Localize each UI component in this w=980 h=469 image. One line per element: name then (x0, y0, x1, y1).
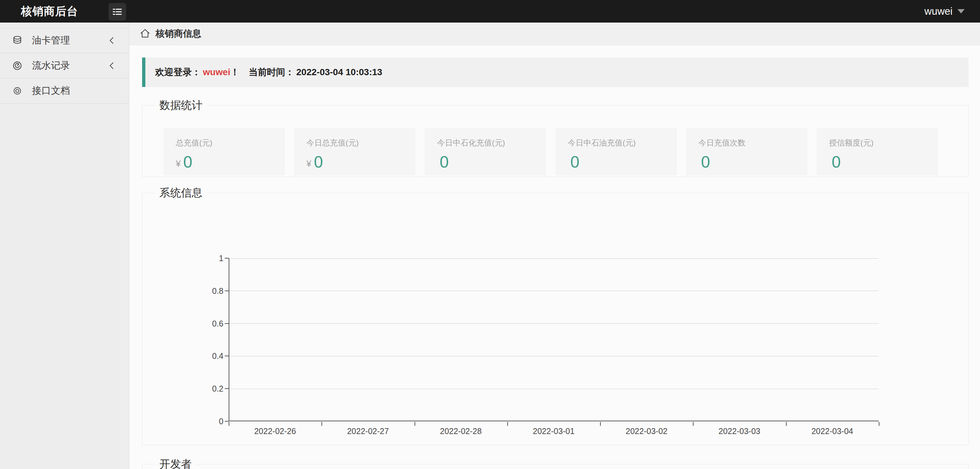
stats-panel: 数据统计 总充值(元) ¥ 0 今日总充值(元) ¥ 0 (142, 98, 969, 177)
sidebar: 油卡管理 流水记录 (0, 22, 129, 469)
sidebar-toggle-button[interactable] (108, 3, 126, 21)
exclamation-text: ！ (230, 66, 239, 78)
x-axis-tick (415, 422, 415, 426)
database-icon (12, 35, 23, 46)
username-text: wuwei (203, 67, 230, 77)
x-axis-tick-label: 2022-03-03 (693, 426, 786, 436)
app-root: 核销商后台 wuwei (0, 0, 980, 469)
stat-card-label: 总充值(元) (176, 137, 285, 148)
stat-card-total-recharge: 总充值(元) ¥ 0 (163, 128, 285, 175)
y-axis-tick-label: 1 (197, 253, 223, 263)
stats-panel-title: 数据统计 (155, 98, 207, 113)
stat-card-value: 0 (314, 154, 323, 170)
stat-card-label: 今日中石油充值(元) (568, 137, 677, 148)
current-time-value: 2022-03-04 10:03:13 (296, 67, 382, 77)
user-dropdown[interactable]: wuwei (924, 6, 980, 18)
username-label: wuwei (924, 6, 953, 18)
system-panel-title: 系统信息 (155, 186, 207, 200)
chevron-left-icon (108, 36, 116, 45)
main-content: 欢迎登录： wuwei ！ 当前时间： 2022-03-04 10:03:13 … (129, 45, 980, 469)
welcome-label: 欢迎登录： (155, 66, 201, 78)
stat-card-label: 今日总充值(元) (306, 137, 415, 148)
stat-card-today-petrochina-recharge: 今日中石油充值(元) 0 (555, 128, 677, 175)
gridline (229, 389, 879, 389)
stat-card-label: 授信额度(元) (829, 137, 938, 148)
time-icon (12, 60, 23, 71)
x-axis-tick-label: 2022-02-28 (415, 426, 508, 436)
list-icon (111, 6, 124, 18)
stat-card-today-recharge-count: 今日充值次数 0 (686, 128, 808, 175)
stat-card-today-total-recharge: 今日总充值(元) ¥ 0 (294, 128, 415, 175)
stat-card-today-sinopec-recharge: 今日中石化充值(元) 0 (425, 128, 546, 175)
time-label: 当前时间： (248, 66, 294, 78)
y-axis-tick-label: 0.6 (197, 319, 223, 329)
x-axis-tick (600, 422, 601, 426)
y-axis-tick (225, 323, 229, 324)
stat-cards-row: 总充值(元) ¥ 0 今日总充值(元) ¥ 0 今日中石化充值(元) (163, 128, 968, 175)
x-axis-tick-label: 2022-02-27 (321, 426, 414, 436)
x-axis-labels: 2022-02-26 2022-02-27 2022-02-28 2022-03… (229, 426, 879, 436)
x-axis-tick (508, 422, 508, 426)
x-axis-tick (693, 422, 694, 426)
stat-card-credit-limit: 授信额度(元) 0 (817, 128, 938, 175)
sidebar-item-label: 流水记录 (32, 59, 108, 72)
top-bar: 核销商后台 wuwei (0, 0, 980, 22)
y-axis-tick-label: 0 (197, 416, 223, 426)
y-axis-tick (225, 356, 229, 356)
x-axis-tick-label: 2022-03-04 (786, 426, 879, 436)
home-icon (139, 28, 151, 39)
stat-card-value: 0 (701, 154, 710, 170)
chevron-left-icon (108, 61, 116, 70)
chart-plot-area (229, 258, 879, 421)
x-axis-tick-label: 2022-02-26 (229, 426, 321, 436)
stat-card-label: 今日中石化充值(元) (437, 137, 546, 148)
x-axis-tick (786, 422, 787, 426)
gear-icon (12, 85, 23, 96)
developer-panel: 开发者 (142, 457, 969, 469)
y-axis-tick-label: 0.2 (197, 384, 223, 394)
sidebar-item-oil-card-management[interactable]: 油卡管理 (0, 28, 129, 53)
breadcrumb-item-merchant-info[interactable]: 核销商信息 (139, 27, 201, 40)
sidebar-item-transaction-records[interactable]: 流水记录 (0, 53, 129, 78)
gridline (229, 258, 879, 259)
y-axis-tick-label: 0.4 (197, 351, 223, 361)
stat-card-label: 今日充值次数 (698, 137, 808, 148)
caret-down-icon (957, 9, 965, 14)
gridline (229, 290, 879, 291)
stat-card-value: 0 (183, 154, 192, 170)
y-axis-tick (225, 290, 229, 291)
stat-card-value: 0 (832, 154, 841, 170)
y-axis-tick (225, 388, 229, 389)
currency-symbol: ¥ (176, 159, 181, 170)
sidebar-item-api-docs[interactable]: 接口文档 (0, 78, 129, 104)
y-axis-tick-label: 0.8 (197, 286, 223, 296)
gridline (229, 356, 879, 357)
welcome-banner: 欢迎登录： wuwei ！ 当前时间： 2022-03-04 10:03:13 (142, 57, 969, 87)
stat-card-value: 0 (440, 154, 449, 170)
sidebar-menu: 油卡管理 流水记录 (0, 28, 129, 104)
system-info-panel: 系统信息 1 0.8 0.6 0.4 0.2 0 (142, 186, 969, 445)
sidebar-item-label: 接口文档 (32, 85, 116, 97)
x-axis-tick (879, 422, 880, 426)
gridline (229, 323, 879, 324)
x-axis-tick-label: 2022-03-02 (600, 426, 693, 436)
x-axis-tick-label: 2022-03-01 (508, 426, 600, 436)
developer-panel-title: 开发者 (155, 457, 196, 469)
x-axis-tick (321, 422, 322, 426)
currency-symbol: ¥ (306, 159, 311, 170)
y-axis-tick (225, 258, 229, 258)
x-axis-tick (229, 422, 229, 426)
stat-card-value: 0 (570, 154, 579, 170)
breadcrumb-label: 核销商信息 (156, 27, 201, 40)
sidebar-item-label: 油卡管理 (32, 34, 108, 47)
y-axis-tick (225, 421, 229, 422)
breadcrumb: 核销商信息 (129, 22, 980, 45)
app-title: 核销商后台 (0, 4, 108, 19)
